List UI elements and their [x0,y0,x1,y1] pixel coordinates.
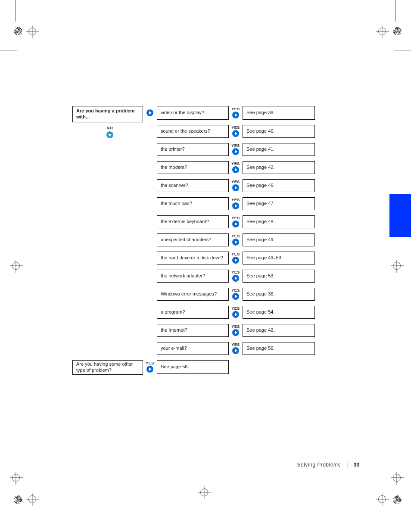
problem-text: the network adapter? [161,273,205,279]
problem-row: your e-mail?YESSee page 56. [72,342,318,355]
arrow-right-icon [232,148,239,155]
problem-box: the printer? [157,143,229,156]
arrow-right-icon [232,311,239,318]
problem-text: the Internet? [161,327,187,333]
problem-row: Windows error messages?YESSee page 36. [72,288,318,301]
register-mark-icon [393,474,401,482]
intro-question-box: Are you having a problem with... [72,106,143,122]
other-question-text: Are you having some other type of proble… [76,361,139,373]
arrow-right-icon [232,166,239,173]
problem-box: the scanner? [157,179,229,192]
answer-text: See page 36. [246,291,274,297]
yes-label: YES [231,144,240,148]
yes-col: YES [230,143,241,156]
answer-text: See page 49–53 [246,255,281,261]
spacer [72,143,143,156]
register-mark-icon [12,474,20,482]
arrow-right-icon [232,239,239,246]
problem-text: sound or the speakers? [161,128,210,134]
problem-box: the touch pad? [157,197,229,210]
spacer-arrow-col [144,125,156,138]
yes-col: YES [230,125,241,138]
register-mark-icon [393,262,401,270]
yes-label: YES [231,162,240,166]
register-mark-icon [378,495,386,503]
yes-col: YES [230,197,241,210]
arrow-right-icon [232,329,239,336]
problem-box: your e-mail? [157,342,229,355]
register-mark-icon [28,28,36,35]
answer-text: See page 47. [246,201,274,207]
yes-col: YES [230,161,241,174]
spacer [72,179,143,192]
problem-row: the network adapter?YESSee page 53. [72,270,318,283]
no-block: NO [105,126,115,138]
answer-text: See page 38. [246,110,274,116]
answer-box: See page 40. [243,125,315,138]
arrow-down-icon [106,131,113,138]
arrow-right-icon [232,130,239,137]
spacer [72,161,143,174]
register-mark-icon [12,262,20,270]
yes-label: YES [231,234,240,238]
answer-box: See page 41. [243,143,315,156]
answer-text: See page 41. [246,146,274,152]
spacer [72,306,143,319]
yes-col: YES [230,306,241,319]
problem-box: the Internet? [157,324,229,337]
spacer [72,197,143,210]
yes-col: YES [230,270,241,283]
problem-text: the hard drive or a disk drive? [161,255,223,261]
arrow-right-icon [232,257,239,264]
spacer-arrow-col [144,197,156,210]
answer-box: See page 38. [243,106,315,120]
yes-label: YES [231,307,240,311]
problem-box: sound or the speakers? [157,125,229,138]
footer-page-number: 33 [354,462,359,468]
problem-row: the scanner?YESSee page 46. [72,179,318,192]
yes-label: YES [146,361,154,365]
spacer [72,270,143,283]
print-fan-icon [14,27,22,35]
answer-box: See page 49. [243,233,315,246]
no-label: NO [105,126,115,130]
arrow-right-icon [232,275,239,282]
crop-line [0,50,17,50]
yes-col: YES [230,215,241,228]
yes-label: YES [231,180,240,184]
spacer [72,288,143,301]
answer-text: See page 56. [246,345,274,352]
answer-box: See page 46. [243,179,315,192]
problem-box: the modem? [157,161,229,174]
spacer-arrow-col [144,306,156,319]
spacer-arrow-col [144,143,156,156]
problem-box: the external keyboard? [157,215,229,228]
problem-row: the modem?YESSee page 42. [72,161,318,174]
problem-box: the hard drive or a disk drive? [157,252,229,264]
problem-row: unexpected characters?YESSee page 49. [72,233,318,246]
arrow-right-icon [232,221,239,227]
yes-label: YES [231,325,240,329]
problem-box: Windows error messages? [157,288,229,301]
yes-label: YES [231,289,240,292]
problem-text: the touch pad? [161,201,192,207]
spacer-arrow-col [144,179,156,192]
yes-label: YES [231,271,240,274]
problem-text: the scanner? [161,183,188,189]
answer-box: See page 42. [243,161,315,174]
answer-box: See page 49–53 [243,252,315,264]
yes-col: YES [230,288,241,301]
yes-col: YES [230,179,241,192]
yes-col: YES [230,342,241,355]
answer-box: See page 48. [243,215,315,228]
page: Are you having a problem with... video o… [0,0,411,532]
intro-arrow-col [144,106,156,120]
intro-question-text: Are you having a problem with... [76,108,139,120]
answer-box: See page 56. [243,342,315,355]
spacer-arrow-col [144,288,156,301]
problem-row: the touch pad?YESSee page 47. [72,197,318,210]
answer-box: See page 42. [243,324,315,337]
answer-text: See page 42. [246,165,274,171]
arrow-right-icon [232,202,239,209]
arrow-right-icon [232,112,239,118]
